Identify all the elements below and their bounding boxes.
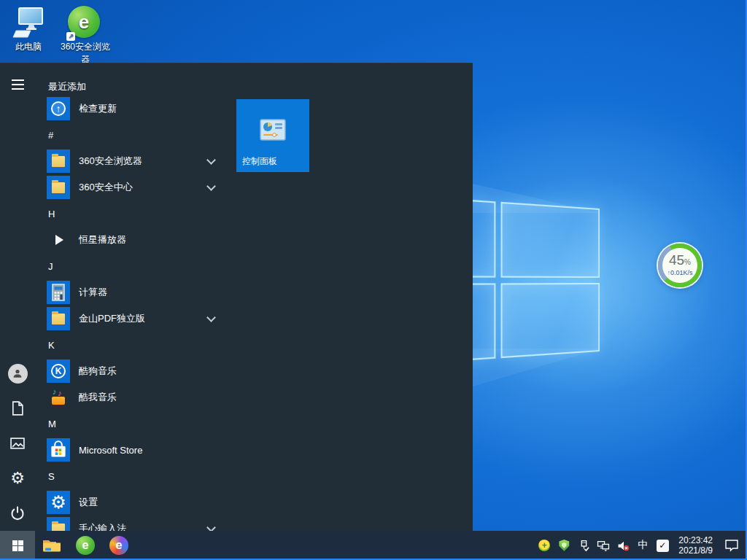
section-letter-j[interactable]: J: [42, 253, 226, 279]
usb-icon: [578, 540, 590, 552]
folder-icon: [47, 307, 70, 330]
pictures-button[interactable]: [0, 426, 35, 461]
network-tray-button[interactable]: [597, 539, 610, 552]
folder-icon: [47, 517, 70, 531]
section-letter-s[interactable]: S: [42, 463, 226, 489]
recent-added-header: 最近添加: [42, 77, 226, 96]
menu-item-calculator[interactable]: 计算器: [42, 279, 226, 306]
windows-update-icon: [47, 97, 70, 120]
windows-logo-pane: [500, 283, 600, 359]
pictures-icon: [9, 435, 26, 451]
document-icon: [9, 400, 26, 416]
tile-control-panel[interactable]: 控制面板: [236, 99, 309, 172]
desktop-screen: 此电脑 e ↗ 360安全浏览器 45% ↑0.01K/s: [0, 0, 747, 560]
expand-menu-button[interactable]: [0, 67, 35, 102]
menu-item-label: 计算器: [79, 286, 107, 299]
360-browser-icon: e: [76, 536, 95, 555]
star-player-icon: [47, 228, 70, 252]
360-speed-browser-taskbar-button[interactable]: e: [102, 531, 136, 560]
menu-item-kuwo-music[interactable]: 酷我音乐: [42, 384, 226, 411]
360-antivirus-tray-button[interactable]: +: [538, 539, 551, 552]
shortcut-arrow-icon: ↗: [66, 32, 75, 41]
file-explorer-button[interactable]: [35, 531, 69, 560]
calculator-icon: [47, 281, 70, 304]
user-avatar: [8, 364, 28, 384]
menu-item-label: 恒星播放器: [79, 233, 126, 246]
shouxin-ime-tray-button[interactable]: ✓: [656, 539, 669, 552]
shield-icon: [559, 540, 570, 551]
menu-item-label: 金山PDF独立版: [79, 312, 145, 325]
section-letter-m[interactable]: M: [42, 411, 226, 437]
settings-button[interactable]: ⚙: [0, 461, 35, 496]
ime-language-indicator[interactable]: 中: [636, 539, 649, 552]
menu-item-label: 酷我音乐: [79, 391, 117, 404]
start-menu-app-list: 最近添加 检查更新 # 360安全浏览器 360安全中心 H 恒星播放器: [42, 77, 226, 531]
computer-icon: [11, 6, 46, 39]
menu-item-360-browser-group[interactable]: 360安全浏览器: [42, 148, 226, 174]
windows-logo-icon: [12, 540, 23, 551]
360-antivirus-icon: +: [538, 540, 550, 551]
chevron-down-icon[interactable]: [206, 155, 216, 165]
user-account-button[interactable]: [0, 356, 35, 391]
network-icon: [597, 540, 610, 551]
menu-item-check-updates[interactable]: 检查更新: [42, 96, 226, 122]
desktop-icon-this-pc[interactable]: 此电脑: [0, 6, 57, 53]
taskbar: e e +: [0, 531, 747, 560]
menu-item-shouxin-ime-group[interactable]: 手心输入法: [42, 516, 226, 531]
chevron-down-icon[interactable]: [206, 523, 216, 531]
power-icon: [9, 505, 26, 521]
safely-remove-hardware-button[interactable]: [577, 539, 590, 552]
volume-muted-icon: [617, 540, 630, 552]
volume-tray-button[interactable]: [616, 539, 630, 552]
settings-gear-icon: [47, 491, 70, 514]
clock-time: 20:23:42: [678, 535, 713, 545]
ime-check-icon: ✓: [657, 540, 669, 552]
360-safeguard-tray-button[interactable]: [557, 539, 570, 552]
menu-item-kingsoft-pdf-group[interactable]: 金山PDF独立版: [42, 306, 226, 332]
chevron-down-icon[interactable]: [206, 313, 216, 322]
tile-label: 控制面板: [242, 155, 277, 168]
documents-button[interactable]: [0, 391, 35, 426]
menu-item-label: 360安全浏览器: [79, 155, 142, 168]
taskbar-clock[interactable]: 20:23:42 2021/8/9: [676, 535, 716, 556]
360-speed-browser-icon: e: [109, 536, 128, 555]
start-menu: ⚙ 最近添加 检查更新 # 360安全浏览器 360安全中心 H: [0, 63, 473, 531]
menu-item-microsoft-store[interactable]: Microsoft Store: [42, 437, 226, 463]
section-letter-hash[interactable]: #: [42, 122, 226, 148]
kuwo-music-icon: [47, 386, 70, 409]
menu-item-label: 360安全中心: [79, 181, 133, 194]
kugou-music-icon: [47, 359, 70, 383]
menu-item-label: 酷狗音乐: [79, 365, 117, 378]
menu-item-360-security-group[interactable]: 360安全中心: [42, 174, 226, 201]
network-speed: ↑0.01K/s: [667, 269, 692, 277]
store-icon: [47, 438, 70, 462]
speed-ball-widget[interactable]: 45% ↑0.01K/s: [658, 244, 702, 287]
menu-item-star-player[interactable]: 恒星播放器: [42, 227, 226, 253]
system-tray: + 中 ✓: [538, 531, 747, 560]
menu-item-label: 检查更新: [79, 102, 117, 115]
speed-ball-face: 45% ↑0.01K/s: [662, 248, 697, 283]
windows-logo-pane: [500, 202, 600, 278]
clock-date: 2021/8/9: [678, 545, 713, 556]
section-letter-k[interactable]: K: [42, 332, 226, 358]
desktop-icon-label: 360安全浏览器: [57, 41, 114, 66]
gear-icon: ⚙: [10, 470, 25, 486]
action-center-button[interactable]: [722, 539, 741, 552]
menu-item-settings[interactable]: 设置: [42, 489, 226, 516]
desktop-icon-360-browser[interactable]: e ↗ 360安全浏览器: [57, 6, 114, 66]
control-panel-icon: [260, 119, 286, 144]
power-button[interactable]: [0, 496, 35, 531]
chevron-down-icon[interactable]: [206, 182, 216, 191]
folder-icon: [47, 176, 70, 199]
360-browser-taskbar-button[interactable]: e: [69, 531, 102, 560]
action-center-icon: [724, 539, 739, 552]
menu-item-kugou-music[interactable]: 酷狗音乐: [42, 358, 226, 384]
desktop-icon-label: 此电脑: [15, 41, 42, 53]
360-browser-icon: e ↗: [68, 6, 103, 39]
menu-item-label: 手心输入法: [79, 522, 126, 531]
section-letter-h[interactable]: H: [42, 201, 226, 227]
hamburger-icon: [12, 84, 24, 85]
menu-item-label: 设置: [79, 496, 98, 509]
start-button[interactable]: [0, 531, 35, 560]
file-explorer-icon: [42, 538, 61, 553]
